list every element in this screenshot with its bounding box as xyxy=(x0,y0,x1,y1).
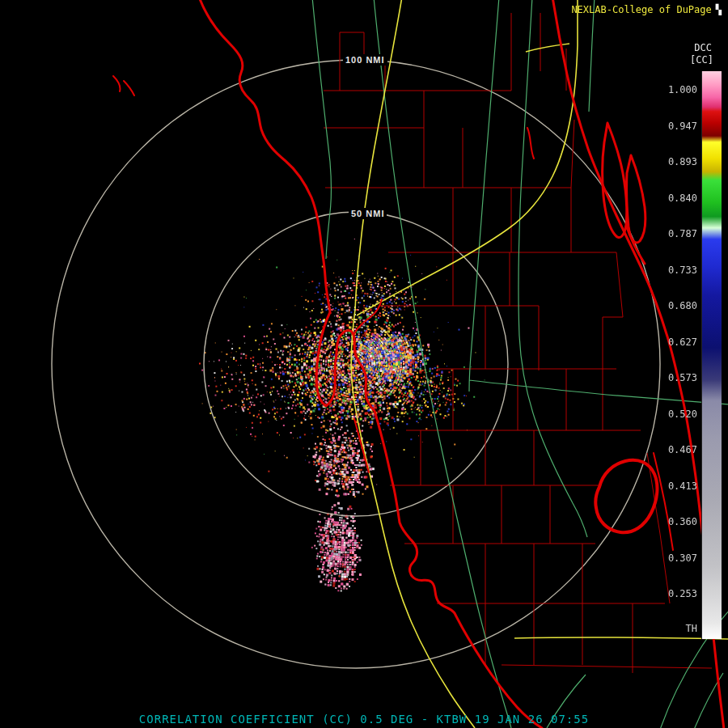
highways-yellow xyxy=(351,0,728,728)
colorbar-value-label: 0.733 xyxy=(668,265,697,276)
colorbar-value-label: 0.787 xyxy=(668,228,697,239)
source-credit: NEXLAB-College of DuPage▚ xyxy=(571,4,722,15)
station-marker-icon: ▚ xyxy=(716,4,722,15)
roads-green xyxy=(312,0,728,728)
colorbar-value-label: 0.413 xyxy=(668,480,697,492)
source-credit-text: NEXLAB-College of DuPage xyxy=(571,4,711,15)
colorbar-value-label: 0.627 xyxy=(668,336,697,348)
colorbar-value-label: 0.520 xyxy=(668,408,697,420)
basemap xyxy=(0,0,728,728)
colorbar-value-label: 0.360 xyxy=(668,516,697,527)
range-ring-label-50nmi: 50 NMI xyxy=(349,208,387,219)
product-unit: [CC] xyxy=(690,54,713,66)
colorbar-value-label: 0.680 xyxy=(668,300,697,311)
colorbar-value-label: 0.573 xyxy=(668,372,697,383)
colorbar-value-label: 1.000 xyxy=(668,84,697,95)
colorbar-value-label: 0.947 xyxy=(668,121,697,132)
lake-okeechobee xyxy=(595,460,657,532)
product-caption: CORRELATION COEFFICIENT (CC) 0.5 DEG - K… xyxy=(0,713,728,726)
lagoons xyxy=(603,123,645,264)
range-rings xyxy=(52,60,660,668)
colorbar-value-label: 0.840 xyxy=(668,193,697,204)
county-lines xyxy=(324,13,712,673)
range-ring-100nmi xyxy=(52,60,660,668)
colorbar-threshold-label: TH xyxy=(686,623,697,634)
coastline-east xyxy=(552,0,724,728)
rivers xyxy=(113,76,673,550)
colorbar xyxy=(701,71,722,639)
colorbar-value-label: 0.893 xyxy=(668,156,697,167)
colorbar-value-label: 0.467 xyxy=(668,444,697,455)
colorbar-value-label: 0.307 xyxy=(668,552,697,564)
range-ring-label-100nmi: 100 NMI xyxy=(343,54,387,66)
colorbar-value-label: 0.253 xyxy=(668,588,697,599)
radar-display: 50 NMI 100 NMI NEXLAB-College of DuPage▚… xyxy=(0,0,728,728)
product-code: DCC xyxy=(694,42,712,53)
